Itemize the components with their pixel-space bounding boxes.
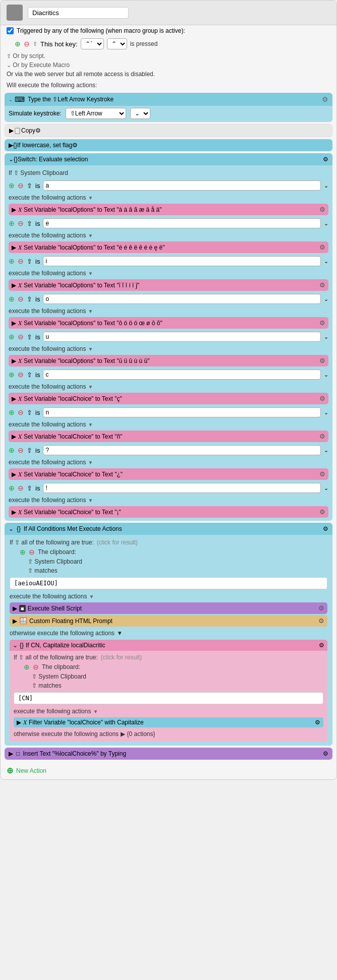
add-case-u-button[interactable]: ⊕ bbox=[9, 333, 15, 341]
click-for-result[interactable]: (click for result) bbox=[97, 539, 138, 546]
set-var-a-gear[interactable]: ⚙ bbox=[319, 206, 325, 213]
copy-toggle[interactable]: ▶ bbox=[9, 127, 14, 134]
insert-text-header[interactable]: ▶ □ Insert Text "%localChoice%" by Typin… bbox=[5, 748, 332, 760]
remove-case-n-button[interactable]: ⊖ bbox=[18, 408, 24, 416]
add-case-i-button[interactable]: ⊕ bbox=[9, 257, 15, 265]
set-var-n-toggle[interactable]: ▶ bbox=[12, 433, 16, 440]
dropdown-c[interactable]: ⌄ bbox=[324, 372, 328, 378]
add-case-q-button[interactable]: ⊕ bbox=[9, 446, 15, 454]
case-i-input[interactable] bbox=[43, 256, 321, 266]
add-case-c-button[interactable]: ⊕ bbox=[9, 371, 15, 379]
dropdown-u[interactable]: ⌄ bbox=[324, 334, 328, 340]
or-execute-link[interactable]: Or by Execute Macro bbox=[13, 62, 70, 69]
shell-toggle[interactable]: ▶ bbox=[13, 605, 17, 612]
copy-header[interactable]: ▶ 📋 Copy ⚙ bbox=[5, 125, 332, 137]
set-var-c-header[interactable]: ▶ 𝑋 Set Variable "localChoice" to Text "… bbox=[9, 393, 328, 404]
set-var-u-gear[interactable]: ⚙ bbox=[319, 357, 325, 364]
case-excl-input[interactable] bbox=[43, 483, 321, 493]
simulate-arrow-select[interactable]: ⌄ bbox=[130, 108, 150, 119]
remove-case-e-button[interactable]: ⊖ bbox=[18, 219, 24, 227]
remove-trigger-button[interactable]: ⊖ bbox=[24, 40, 30, 48]
set-var-n-gear[interactable]: ⚙ bbox=[319, 433, 325, 440]
set-var-e-toggle[interactable]: ▶ bbox=[12, 244, 16, 251]
hotkey-modifier-select[interactable]: ⌃ˋ bbox=[81, 38, 104, 49]
type-keystroke-header[interactable]: ⌄ ⌨ Type the ⇧Left Arrow Keystroke ⚙ bbox=[5, 93, 332, 106]
if-all-toggle[interactable]: ⌄ bbox=[9, 525, 14, 532]
remove-case-c-button[interactable]: ⊖ bbox=[18, 371, 24, 379]
set-var-excl-toggle[interactable]: ▶ bbox=[12, 509, 16, 516]
remove-case-o-button[interactable]: ⊖ bbox=[18, 295, 24, 303]
set-var-n-header[interactable]: ▶ 𝑋 Set Variable "localChoice" to Text "… bbox=[9, 431, 328, 442]
set-var-e-header[interactable]: ▶ 𝑋 Set Variable "localOptions" to Text … bbox=[9, 241, 328, 253]
filter-var-header[interactable]: ▶ 𝑋 Filter Variable "localChoice" with C… bbox=[14, 717, 323, 727]
dropdown-q[interactable]: ⌄ bbox=[324, 447, 328, 454]
insert-gear[interactable]: ⚙ bbox=[323, 750, 328, 757]
if-lower-toggle[interactable]: ▶ bbox=[9, 142, 13, 149]
case-a-input[interactable] bbox=[43, 180, 321, 191]
set-var-o-toggle[interactable]: ▶ bbox=[12, 320, 16, 327]
dropdown-e[interactable]: ⌄ bbox=[324, 220, 328, 227]
case-q-input[interactable] bbox=[43, 445, 321, 455]
remove-case-a-button[interactable]: ⊖ bbox=[18, 181, 24, 190]
case-u-input[interactable] bbox=[43, 332, 321, 342]
simulate-select[interactable]: ⇧Left Arrow bbox=[66, 108, 126, 119]
remove-case-q-button[interactable]: ⊖ bbox=[18, 446, 24, 454]
set-var-i-header[interactable]: ▶ 𝑋 Set Variable "localOptions" to Text … bbox=[9, 279, 328, 291]
set-var-o-header[interactable]: ▶ 𝑋 Set Variable "localOptions" to Text … bbox=[9, 317, 328, 329]
set-var-e-gear[interactable]: ⚙ bbox=[319, 243, 325, 251]
add-case-e-button[interactable]: ⊕ bbox=[9, 219, 15, 227]
nested-if-toggle[interactable]: ⌄ bbox=[13, 642, 18, 649]
html-prompt-header[interactable]: ▶ 🪟 Custom Floating HTML Prompt ⚙ bbox=[10, 615, 327, 627]
nested-add-cond[interactable]: ⊕ bbox=[24, 663, 30, 671]
remove-condition-button[interactable]: ⊖ bbox=[29, 548, 35, 556]
insert-toggle[interactable]: ▶ bbox=[9, 750, 13, 757]
clipboard-value-box[interactable]: [aeiouAEIOU] bbox=[10, 577, 327, 589]
switch-header[interactable]: ⌄ {} Switch: Evaluate selection ⚙ bbox=[5, 153, 332, 165]
nested-if-header[interactable]: ⌄ {} If CN, Capitalize localDiacritic ⚙ bbox=[10, 640, 327, 651]
dropdown-n[interactable]: ⌄ bbox=[324, 409, 328, 416]
nested-clipboard-box[interactable]: [CN] bbox=[14, 692, 323, 704]
nested-remove-cond[interactable]: ⊖ bbox=[33, 663, 39, 671]
set-var-excl-gear[interactable]: ⚙ bbox=[319, 508, 325, 516]
dropdown-i[interactable]: ⌄ bbox=[324, 258, 328, 265]
switch-gear-icon[interactable]: ⚙ bbox=[323, 156, 328, 163]
trigger-checkbox[interactable] bbox=[7, 27, 14, 34]
remove-case-excl-button[interactable]: ⊖ bbox=[18, 484, 24, 492]
if-lowercase-header[interactable]: ▶ {} If lowercase, set flag ⚙ bbox=[5, 139, 332, 151]
add-case-a-button[interactable]: ⊕ bbox=[9, 181, 15, 190]
html-toggle[interactable]: ▶ bbox=[13, 618, 17, 625]
set-var-u-header[interactable]: ▶ 𝑋 Set Variable "localOptions" to Text … bbox=[9, 355, 328, 366]
set-var-i-toggle[interactable]: ▶ bbox=[12, 282, 16, 289]
case-c-input[interactable] bbox=[43, 370, 321, 380]
add-case-excl-button[interactable]: ⊕ bbox=[9, 484, 15, 492]
html-gear[interactable]: ⚙ bbox=[318, 617, 324, 625]
if-all-header[interactable]: ⌄ {} If All Conditions Met Execute Actio… bbox=[5, 523, 332, 535]
set-var-excl-header[interactable]: ▶ 𝑋 Set Variable "localChoice" to Text "… bbox=[9, 506, 328, 518]
if-all-gear[interactable]: ⚙ bbox=[323, 525, 328, 532]
new-action-row[interactable]: ⊕ New Action bbox=[1, 762, 336, 779]
nested-zero-actions[interactable]: ▶ {0 actions} bbox=[121, 730, 155, 738]
set-var-q-gear[interactable]: ⚙ bbox=[319, 470, 325, 478]
or-script-link[interactable]: Or by script. bbox=[13, 52, 45, 59]
remove-case-i-button[interactable]: ⊖ bbox=[18, 257, 24, 265]
collapse-toggle[interactable]: ⌄ bbox=[9, 97, 13, 102]
filter-toggle[interactable]: ▶ bbox=[17, 719, 21, 726]
dropdown-a[interactable]: ⌄ bbox=[324, 182, 328, 189]
dropdown-o[interactable]: ⌄ bbox=[324, 296, 328, 302]
remove-case-u-button[interactable]: ⊖ bbox=[18, 333, 24, 341]
set-var-c-toggle[interactable]: ▶ bbox=[12, 395, 16, 402]
case-e-input[interactable] bbox=[43, 218, 321, 228]
case-n-input[interactable] bbox=[43, 407, 321, 417]
add-trigger-button[interactable]: ⊕ bbox=[15, 40, 21, 48]
set-var-q-toggle[interactable]: ▶ bbox=[12, 471, 16, 478]
set-var-o-gear[interactable]: ⚙ bbox=[319, 319, 325, 327]
gear-icon[interactable]: ⚙ bbox=[322, 95, 328, 103]
add-case-n-button[interactable]: ⊕ bbox=[9, 408, 15, 416]
add-condition-button[interactable]: ⊕ bbox=[20, 548, 26, 556]
switch-toggle[interactable]: ⌄ bbox=[9, 156, 14, 163]
set-var-c-gear[interactable]: ⚙ bbox=[319, 395, 325, 402]
set-var-u-toggle[interactable]: ▶ bbox=[12, 357, 16, 364]
nested-click-result[interactable]: (click for result) bbox=[101, 654, 142, 661]
shell-script-header[interactable]: ▶ ■ Execute Shell Script ⚙ bbox=[10, 602, 327, 614]
nested-if-gear[interactable]: ⚙ bbox=[319, 642, 324, 649]
